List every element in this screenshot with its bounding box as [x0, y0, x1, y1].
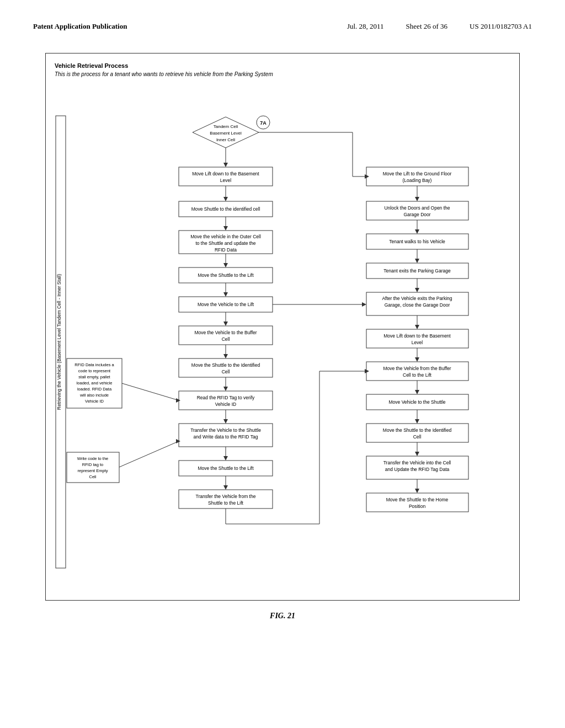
svg-text:loaded, and vehicle: loaded, and vehicle [77, 381, 113, 386]
svg-text:Vehicle ID: Vehicle ID [85, 399, 104, 404]
svg-text:Move the Vehicle to the Lift: Move the Vehicle to the Lift [198, 302, 254, 307]
svg-text:Cell: Cell [222, 369, 230, 374]
header-right: Jul. 28, 2011 Sheet 26 of 36 US 2011/018… [347, 22, 532, 31]
svg-text:Unlock the Doors and Open the: Unlock the Doors and Open the [384, 205, 450, 211]
svg-marker-54 [415, 288, 419, 292]
svg-text:code to represent: code to represent [78, 368, 111, 373]
svg-text:stall empty, pallet: stall empty, pallet [78, 374, 110, 379]
page: Patent Application Publication Jul. 28, … [0, 0, 565, 728]
svg-text:Tandem Cell: Tandem Cell [214, 124, 238, 129]
svg-text:Cell: Cell [222, 336, 230, 342]
svg-text:Transfer the Vehicle from the: Transfer the Vehicle from the [196, 494, 256, 499]
svg-text:Move the Shuttle to the Lift: Move the Shuttle to the Lift [198, 465, 254, 471]
svg-marker-64 [415, 357, 419, 362]
svg-text:Transfer the Vehicle to the Sh: Transfer the Vehicle to the Shuttle [190, 427, 261, 433]
svg-marker-59 [415, 325, 419, 329]
svg-text:After the Vehicle exits the Pa: After the Vehicle exits the Parking [382, 296, 452, 301]
svg-text:Shuttle to the Lift: Shuttle to the Lift [208, 500, 243, 506]
svg-text:Vehicle ID: Vehicle ID [215, 402, 236, 407]
svg-text:Move Lift down to the Basement: Move Lift down to the Basement [383, 333, 451, 339]
svg-text:Cell: Cell [413, 434, 422, 440]
figure-caption: FIG. 21 [33, 612, 532, 620]
diagram-title: Vehicle Retrieval Process [55, 62, 510, 69]
svg-text:Write code to the: Write code to the [77, 456, 109, 461]
svg-marker-73 [415, 419, 419, 424]
svg-marker-93 [223, 354, 228, 358]
publication-date: Jul. 28, 2011 [347, 22, 384, 31]
svg-marker-46 [415, 229, 419, 234]
diagram-subtitle: This is the process for a tenant who wan… [55, 71, 510, 77]
svg-text:Level: Level [412, 340, 423, 345]
svg-text:Level: Level [220, 178, 231, 183]
svg-text:Read the RFID Tag to verify: Read the RFID Tag to verify [197, 395, 255, 400]
svg-marker-78 [415, 452, 419, 456]
svg-marker-24 [223, 263, 228, 267]
svg-text:Transfer the Vehicle into the : Transfer the Vehicle into the Cell [383, 460, 451, 465]
svg-text:Garage, close the Garage Door: Garage, close the Garage Door [385, 302, 450, 308]
svg-line-110 [122, 383, 179, 400]
svg-text:Retrieving the Vehicle (Baseme: Retrieving the Vehicle (Basement Level T… [56, 274, 62, 410]
svg-text:7A: 7A [260, 120, 266, 126]
svg-line-122 [119, 441, 179, 467]
svg-text:Move the Shuttle to the Identi: Move the Shuttle to the Identified [383, 427, 452, 433]
svg-text:will also include: will also include [79, 393, 109, 398]
svg-marker-69 [415, 390, 419, 394]
svg-marker-14 [223, 197, 228, 201]
patent-number: US 2011/0182703 A1 [470, 22, 532, 31]
svg-text:RFID Data: RFID Data [215, 247, 237, 253]
diagram-container: Vehicle Retrieval Process This is the pr… [45, 53, 520, 601]
svg-text:Garage Door: Garage Door [403, 212, 430, 217]
svg-marker-32 [362, 302, 366, 307]
flowchart-svg-container: Retrieving the Vehicle (Basement Level T… [55, 83, 513, 591]
flowchart-svg: Retrieving the Vehicle (Basement Level T… [55, 83, 513, 590]
page-header: Patent Application Publication Jul. 28, … [33, 22, 532, 31]
svg-text:represent Empty: represent Empty [77, 468, 108, 473]
svg-text:Move the Vehicle from the Buff: Move the Vehicle from the Buffer [383, 366, 451, 371]
svg-text:to the Shuttle and update the: to the Shuttle and update the [195, 240, 255, 246]
svg-marker-111 [176, 398, 180, 403]
svg-marker-125 [223, 456, 228, 461]
svg-text:Move the vehicle in the Outer : Move the vehicle in the Outer Cell [190, 234, 261, 239]
svg-text:loaded. RFID Data: loaded. RFID Data [77, 387, 112, 392]
svg-marker-113 [223, 419, 228, 424]
svg-marker-137 [365, 369, 369, 373]
svg-marker-39 [365, 174, 369, 179]
svg-marker-18 [223, 226, 228, 231]
svg-text:RFID tag to: RFID tag to [82, 462, 103, 467]
svg-marker-123 [176, 439, 180, 443]
sheet-info: Sheet 26 of 36 [406, 22, 447, 31]
svg-text:Tenant exits the Parking Garag: Tenant exits the Parking Garage [383, 268, 451, 274]
svg-text:Move the Shuttle to the Lift: Move the Shuttle to the Lift [198, 272, 254, 278]
svg-text:Tenant walks to his Vehicle: Tenant walks to his Vehicle [389, 239, 445, 244]
svg-text:Cell: Cell [89, 474, 97, 479]
svg-marker-50 [415, 259, 419, 263]
svg-text:Position: Position [409, 504, 426, 509]
svg-text:Move Vehicle to the Shuttle: Move Vehicle to the Shuttle [388, 399, 445, 405]
svg-text:(Loading Bay): (Loading Bay) [403, 178, 432, 183]
svg-text:RFID Data includes a: RFID Data includes a [74, 362, 114, 367]
svg-text:Move the Lift to the Ground Fl: Move the Lift to the Ground Floor [383, 171, 452, 176]
svg-text:Move Shuttle to the identified: Move Shuttle to the identified cell [191, 206, 260, 212]
svg-text:Move Lift down to the Basement: Move Lift down to the Basement [192, 171, 259, 176]
svg-marker-83 [415, 489, 419, 493]
publication-title: Patent Application Publication [33, 22, 127, 31]
svg-text:Basement Level: Basement Level [210, 131, 242, 136]
svg-marker-41 [415, 197, 419, 201]
svg-marker-28 [223, 292, 228, 297]
svg-marker-98 [223, 387, 228, 391]
svg-text:Inner Cell: Inner Cell [216, 137, 235, 142]
svg-text:Move the Shuttle to the Home: Move the Shuttle to the Home [386, 497, 449, 502]
svg-text:and Update the RFID Tag Data: and Update the RFID Tag Data [385, 467, 450, 472]
svg-text:Move the Shuttle to the Identi: Move the Shuttle to the Identified [191, 362, 260, 368]
svg-text:and Write data to the RFID Tag: and Write data to the RFID Tag [194, 434, 258, 440]
svg-marker-88 [223, 322, 228, 326]
svg-text:Move the Vehicle to the Buffer: Move the Vehicle to the Buffer [194, 330, 257, 335]
svg-marker-9 [223, 163, 228, 167]
svg-text:Cell to the Lift: Cell to the Lift [403, 372, 432, 378]
svg-marker-129 [223, 485, 228, 490]
